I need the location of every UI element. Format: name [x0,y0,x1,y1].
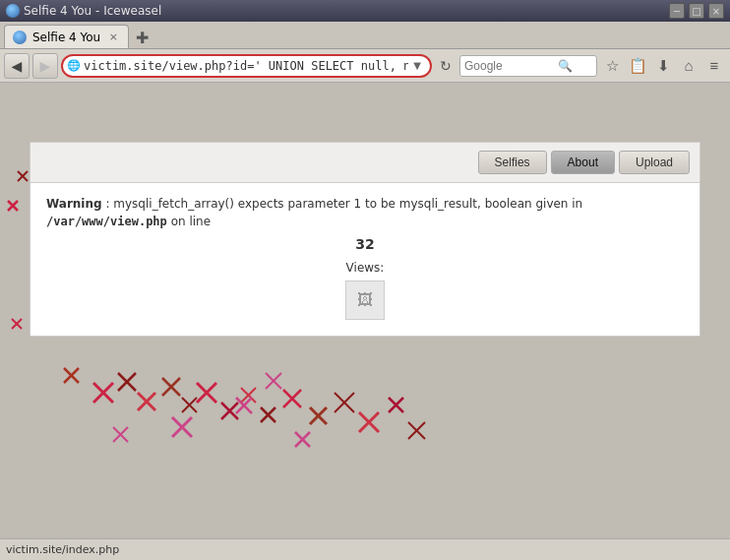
svg-line-52 [221,403,238,419]
svg-line-44 [138,393,155,410]
svg-line-61 [310,407,327,424]
svg-line-43 [118,373,136,391]
tab-favicon-icon [13,31,27,44]
nav-right-buttons: ☆ 📋 ⬇ ⌂ ≡ [600,54,726,78]
app-icon [6,4,20,18]
svg-line-0 [18,171,28,181]
tab-label: Selfie 4 You [32,31,100,44]
page-content-box: Selfies About Upload Warning : mysqli_fe… [30,142,700,337]
svg-line-55 [241,388,256,403]
svg-line-77 [113,427,128,442]
nav-bar: ◀ ▶ 🌐 ▼ ↻ 🔍 ☆ 📋 ⬇ ⌂ ≡ [0,49,730,83]
svg-line-41 [93,383,113,403]
svg-line-72 [266,373,281,389]
svg-line-65 [359,412,379,432]
search-box: 🔍 [459,55,597,77]
line-number: 32 [46,234,684,255]
warning-suffix: on line [171,215,211,228]
title-bar: Selfie 4 You - Iceweasel − □ × [0,0,730,22]
svg-line-3 [8,201,18,211]
forward-button[interactable]: ▶ [32,53,58,79]
about-button[interactable]: About [551,151,615,174]
svg-line-75 [172,417,192,437]
svg-line-48 [182,398,197,412]
svg-line-71 [236,398,252,413]
warning-label: Warning [46,197,102,211]
main-content: Selfies About Upload Warning : mysqli_fe… [0,83,730,538]
svg-line-74 [172,417,192,437]
svg-line-76 [113,427,128,442]
tab-close-button[interactable]: × [106,31,120,44]
svg-line-54 [241,388,256,403]
svg-line-58 [283,390,301,407]
svg-line-73 [266,373,281,389]
svg-line-60 [310,407,327,424]
address-input[interactable] [84,59,408,73]
svg-line-40 [93,383,113,403]
svg-line-66 [389,398,403,412]
svg-line-47 [162,378,180,396]
new-tab-button[interactable]: ✚ [131,27,152,48]
svg-line-68 [408,422,425,439]
home-button[interactable]: ⌂ [677,54,700,78]
bookmarks-menu-button[interactable]: 📋 [626,54,649,78]
svg-line-53 [221,403,238,419]
maximize-button[interactable]: □ [689,3,704,19]
window-title: Selfie 4 You - Iceweasel [24,4,161,18]
download-button[interactable]: ⬇ [651,54,675,78]
close-button[interactable]: × [708,3,724,19]
svg-line-78 [295,432,310,447]
address-bar-container: 🌐 ▼ ↻ [61,54,456,78]
address-dropdown-icon[interactable]: ▼ [408,57,426,75]
warning-box: Warning : mysqli_fetch_array() expects p… [30,183,700,336]
search-input[interactable] [464,59,553,73]
svg-line-38 [64,368,79,383]
svg-line-69 [408,422,425,439]
svg-line-63 [335,393,354,412]
svg-line-64 [359,412,379,432]
svg-line-51 [197,383,216,403]
svg-line-39 [64,368,79,383]
status-bar: victim.site/index.php [0,538,730,560]
svg-line-50 [197,383,216,403]
bookmark-star-button[interactable]: ☆ [600,54,624,78]
svg-line-79 [295,432,310,447]
svg-line-2 [8,201,18,211]
svg-line-82 [12,319,22,329]
svg-line-57 [261,407,275,422]
reload-button[interactable]: ↻ [435,55,456,77]
svg-line-42 [118,373,136,391]
address-bar-wrapper: 🌐 ▼ [61,54,432,78]
svg-line-56 [261,407,275,422]
svg-line-83 [12,319,22,329]
selfies-button[interactable]: Selfies [478,151,547,174]
menu-button[interactable]: ≡ [702,54,726,78]
minimize-button[interactable]: − [669,3,685,19]
svg-line-70 [236,398,252,413]
site-info-icon[interactable]: 🌐 [67,59,81,72]
svg-line-67 [389,398,403,412]
svg-line-62 [335,393,354,412]
page-navigation: Selfies About Upload [30,143,700,183]
upload-button[interactable]: Upload [619,151,690,174]
status-text: victim.site/index.php [6,543,119,556]
svg-line-45 [138,393,155,410]
window-controls[interactable]: − □ × [669,3,724,19]
title-bar-left: Selfie 4 You - Iceweasel [6,4,161,18]
svg-line-49 [182,398,197,412]
warning-message: : mysqli_fetch_array() expects parameter… [105,197,582,211]
svg-line-59 [283,390,301,407]
views-image: 🖼 [345,280,385,320]
tab-bar: Selfie 4 You × ✚ [0,22,730,49]
active-tab[interactable]: Selfie 4 You × [4,25,129,48]
svg-line-1 [18,171,28,181]
search-button[interactable]: 🔍 [555,57,575,75]
warning-path: /var/www/view.php [46,215,167,228]
back-button[interactable]: ◀ [4,53,30,79]
svg-line-46 [162,378,180,396]
views-label: Views: [46,259,684,277]
